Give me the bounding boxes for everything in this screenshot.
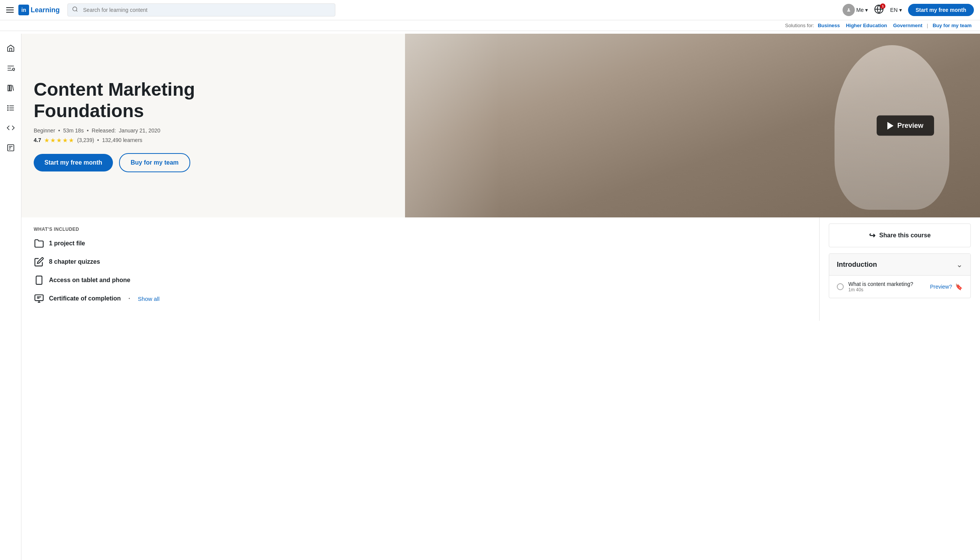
whats-included-heading: WHAT'S INCLUDED — [34, 227, 807, 232]
lesson-preview-link[interactable]: Preview? — [930, 283, 952, 290]
star-5-half: ★ — [68, 137, 74, 144]
me-button[interactable]: Me ▾ — [843, 4, 868, 16]
included-tablet-phone: Access on tablet and phone — [34, 275, 807, 285]
header: in Learning Me ▾ — [0, 0, 980, 31]
solutions-business-link[interactable]: Business — [818, 23, 840, 28]
notification-badge: 1 — [880, 3, 885, 9]
included-chapter-quizzes: 8 chapter quizzes — [34, 257, 807, 267]
certificate-icon — [34, 293, 44, 304]
language-selector[interactable]: 1 — [874, 4, 884, 16]
svg-point-11 — [7, 110, 8, 111]
intro-section: Introduction ⌄ What is content marketing… — [829, 253, 971, 298]
play-icon — [887, 122, 893, 129]
course-title: Content Marketing Foundations — [34, 79, 233, 121]
tablet-icon — [34, 275, 44, 285]
bookmark-icon[interactable]: 🔖 — [955, 283, 963, 290]
sidebar-item-home[interactable] — [2, 40, 19, 57]
tablet-phone-text: Access on tablet and phone — [49, 277, 130, 283]
certificate-text: Certificate of completion — [49, 295, 121, 302]
lesson-radio — [837, 283, 844, 290]
lesson-right: Preview? 🔖 — [930, 283, 963, 290]
svg-point-10 — [7, 108, 8, 108]
hero-content: Content Marketing Foundations Beginner •… — [22, 60, 251, 190]
sidebar-item-my-learning[interactable] — [2, 60, 19, 77]
buy-for-team-button[interactable]: Buy for my team — [119, 153, 190, 172]
released-date: January 21, 2020 — [119, 127, 160, 133]
released-label: Released: — [92, 127, 116, 133]
cta-row: Start my free month Buy for my team — [34, 153, 233, 172]
logo-in-box: in — [18, 5, 29, 15]
svg-point-2 — [848, 8, 850, 10]
rating-dot: • — [97, 137, 99, 143]
start-free-month-hero-button[interactable]: Start my free month — [34, 154, 113, 172]
meta-dot-2: • — [87, 127, 89, 133]
star-rating: ★ ★ ★ ★ ★ — [44, 137, 74, 144]
main-content: Content Marketing Foundations Beginner •… — [22, 34, 980, 560]
project-file-text: 1 project file — [49, 240, 85, 247]
sidebar-item-code[interactable] — [2, 120, 19, 136]
layout: Content Marketing Foundations Beginner •… — [0, 34, 980, 560]
solutions-separator: | — [927, 23, 928, 28]
course-level: Beginner — [34, 127, 55, 133]
menu-icon[interactable] — [6, 6, 14, 14]
search-container — [67, 3, 335, 17]
chapter-quizzes-text: 8 chapter quizzes — [49, 258, 100, 265]
search-input[interactable] — [67, 3, 335, 17]
share-icon: ↪ — [869, 231, 875, 240]
learner-count: 132,490 learners — [102, 137, 142, 143]
folder-icon — [34, 238, 44, 249]
sidebar — [0, 34, 22, 560]
meta-dot-1: • — [58, 127, 60, 133]
intro-title: Introduction — [837, 261, 877, 269]
svg-point-0 — [73, 7, 77, 11]
svg-point-9 — [7, 106, 8, 107]
right-column: ↪ Share this course Introduction ⌄ What … — [819, 217, 980, 321]
svg-line-1 — [76, 10, 77, 12]
rating-row: 4.7 ★ ★ ★ ★ ★ (3,239) • 132,490 learners — [34, 137, 233, 144]
start-free-month-button[interactable]: Start my free month — [908, 4, 974, 16]
solutions-buy-team-link[interactable]: Buy for my team — [933, 23, 972, 28]
lesson-duration: 1m 40s — [848, 287, 913, 292]
star-3: ★ — [56, 137, 62, 144]
show-all-link[interactable]: Show all — [138, 295, 160, 302]
edit-icon — [34, 257, 44, 267]
course-meta: Beginner • 53m 18s • Released: January 2… — [34, 127, 233, 133]
header-right: Me ▾ 1 EN ▾ Start my free month — [843, 4, 974, 16]
share-course-label: Share this course — [879, 232, 931, 239]
header-top: in Learning Me ▾ — [0, 0, 980, 20]
lesson-left: What is content marketing? 1m 40s — [837, 281, 913, 292]
included-certificate: Certificate of completion · Show all — [34, 293, 807, 304]
sidebar-item-library[interactable] — [2, 80, 19, 97]
sidebar-item-topics[interactable] — [2, 100, 19, 117]
below-hero: WHAT'S INCLUDED 1 project file — [22, 217, 980, 321]
included-project-file: 1 project file — [34, 238, 807, 249]
preview-button[interactable]: Preview — [877, 116, 934, 136]
sidebar-item-history[interactable] — [2, 139, 19, 156]
left-column: WHAT'S INCLUDED 1 project file — [22, 217, 819, 321]
intro-header[interactable]: Introduction ⌄ — [829, 254, 970, 275]
logo-link[interactable]: in Learning — [18, 5, 60, 15]
hero-section: Content Marketing Foundations Beginner •… — [22, 34, 980, 217]
review-count: (3,239) — [77, 137, 94, 143]
language-button[interactable]: EN ▾ — [890, 7, 902, 13]
star-4: ★ — [62, 137, 68, 144]
star-2: ★ — [50, 137, 55, 144]
logo-text: Learning — [31, 6, 60, 14]
solutions-government-link[interactable]: Government — [893, 23, 923, 28]
solutions-bar: Solutions for: Business Higher Education… — [0, 20, 980, 31]
lesson-title: What is content marketing? — [848, 281, 913, 287]
search-icon — [72, 6, 78, 14]
lesson-info: What is content marketing? 1m 40s — [848, 281, 913, 292]
dot-separator: · — [128, 295, 130, 302]
avatar — [843, 4, 855, 16]
svg-point-5 — [12, 68, 15, 70]
chevron-down-icon: ⌄ — [956, 260, 963, 269]
solutions-higher-education-link[interactable]: Higher Education — [846, 23, 887, 28]
lesson-item: What is content marketing? 1m 40s Previe… — [829, 275, 970, 298]
share-course-button[interactable]: ↪ Share this course — [829, 223, 971, 247]
course-duration: 53m 18s — [63, 127, 84, 133]
star-1: ★ — [44, 137, 49, 144]
rating-number: 4.7 — [34, 137, 41, 143]
